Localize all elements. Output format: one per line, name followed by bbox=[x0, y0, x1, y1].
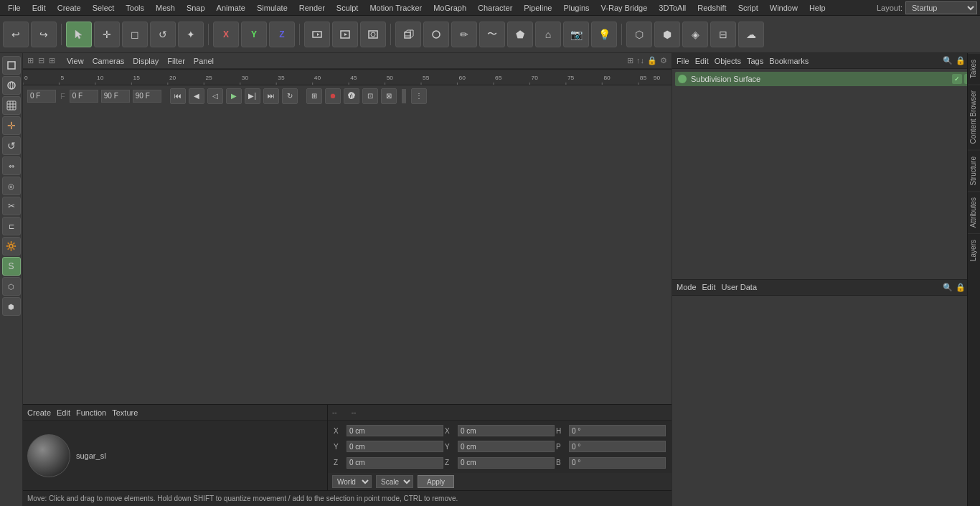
material-sphere[interactable] bbox=[27, 434, 70, 477]
light-btn[interactable]: 💡 bbox=[591, 22, 617, 47]
z-axis-button[interactable]: Z bbox=[269, 22, 295, 47]
render-viewport-button[interactable] bbox=[332, 22, 358, 47]
shading-btn[interactable]: ⬢ bbox=[654, 22, 680, 47]
tool-scale[interactable]: ⇔ bbox=[2, 156, 21, 175]
objects-search-icon[interactable]: 🔍 bbox=[943, 56, 953, 65]
render-picture-viewer-button[interactable] bbox=[360, 22, 386, 47]
tool-poly[interactable]: ⬢ bbox=[2, 297, 21, 316]
objects-menu-objects[interactable]: Objects bbox=[715, 57, 741, 65]
menu-tools[interactable]: Tools bbox=[121, 2, 149, 14]
objects-menu-bookmarks[interactable]: Bookmarks bbox=[769, 57, 809, 65]
apply-button[interactable]: Apply bbox=[418, 475, 454, 488]
surface-btn[interactable]: ⬟ bbox=[507, 22, 533, 47]
coord-h-input[interactable] bbox=[569, 425, 666, 436]
attrs-menu-mode[interactable]: Mode bbox=[677, 283, 697, 291]
object-visibility-editor[interactable]: ✓ bbox=[952, 74, 962, 84]
tool-knife[interactable]: ✂ bbox=[2, 197, 21, 215]
viewport-settings-icon[interactable]: ⚙ bbox=[660, 56, 667, 65]
material-menu-texture[interactable]: Texture bbox=[112, 408, 138, 417]
loop-button[interactable]: ↻ bbox=[282, 88, 298, 104]
cube-btn[interactable] bbox=[395, 22, 421, 47]
menu-plugins[interactable]: Plugins bbox=[558, 2, 594, 14]
attrs-menu-edit[interactable]: Edit bbox=[702, 283, 716, 291]
sky-btn[interactable]: ☁ bbox=[738, 22, 764, 47]
tool-object[interactable]: ◎ bbox=[2, 177, 21, 195]
tool-loop[interactable]: ⊏ bbox=[2, 217, 21, 235]
viewport-menu-cameras[interactable]: Cameras bbox=[93, 57, 125, 65]
preview-button[interactable]: ⊠ bbox=[381, 88, 397, 104]
coord-z-pos-input[interactable] bbox=[347, 457, 443, 469]
viewport-menu-panel[interactable]: Panel bbox=[194, 57, 214, 65]
current-frame-input[interactable] bbox=[27, 90, 56, 103]
coord-x-size-input[interactable] bbox=[458, 425, 555, 436]
tab-attributes[interactable]: Attributes bbox=[968, 191, 980, 233]
deformer-btn[interactable]: ⌂ bbox=[535, 22, 561, 47]
menu-help[interactable]: Help bbox=[804, 2, 831, 14]
viewport-menu-view[interactable]: View bbox=[67, 57, 84, 65]
coord-z-size-input[interactable] bbox=[458, 457, 555, 469]
select-tool-button[interactable] bbox=[66, 22, 92, 47]
viewport-menu-display[interactable]: Display bbox=[133, 57, 159, 65]
scale-tool-button[interactable]: ◻ bbox=[122, 22, 148, 47]
max-frame-input[interactable] bbox=[133, 90, 161, 103]
rotate-tool-button[interactable]: ↺ bbox=[150, 22, 176, 47]
x-axis-button[interactable]: X bbox=[213, 22, 239, 47]
tool-rotate[interactable]: ↺ bbox=[2, 136, 21, 155]
menu-simulate[interactable]: Simulate bbox=[252, 2, 293, 14]
transform-tool-button[interactable]: ✦ bbox=[178, 22, 204, 47]
end-frame-input[interactable] bbox=[101, 90, 130, 103]
timeline-strip[interactable]: 0 5 10 15 20 25 30 35 40 45 50 55 bbox=[23, 69, 672, 85]
move-tool-button[interactable]: ✛ bbox=[94, 22, 120, 47]
menu-pipeline[interactable]: Pipeline bbox=[519, 2, 557, 14]
attrs-lock-icon[interactable]: 🔒 bbox=[956, 283, 966, 292]
tab-content-browser[interactable]: Content Browser bbox=[968, 84, 980, 149]
floor-btn[interactable]: ⊟ bbox=[710, 22, 736, 47]
menu-file[interactable]: File bbox=[3, 2, 26, 14]
menu-render[interactable]: Render bbox=[294, 2, 330, 14]
coord-x-pos-input[interactable] bbox=[347, 425, 443, 436]
coord-p-input[interactable] bbox=[569, 441, 666, 452]
timeline-mode-button[interactable]: ⋮ bbox=[411, 88, 427, 104]
tool-model[interactable] bbox=[2, 56, 21, 75]
menu-snap[interactable]: Snap bbox=[182, 2, 210, 14]
menu-edit[interactable]: Edit bbox=[27, 2, 51, 14]
material-menu-create[interactable]: Create bbox=[27, 408, 51, 417]
world-dropdown[interactable]: World Object bbox=[332, 475, 372, 488]
autokey-button[interactable]: 🅐 bbox=[344, 88, 359, 104]
render-region-button[interactable] bbox=[304, 22, 330, 47]
next-frame-button[interactable]: ▶| bbox=[245, 88, 260, 104]
menu-motion-tracker[interactable]: Motion Tracker bbox=[364, 2, 427, 14]
coord-y-pos-input[interactable] bbox=[347, 441, 443, 452]
scale-dropdown[interactable]: Scale Size bbox=[376, 475, 413, 488]
tool-texture[interactable] bbox=[2, 76, 21, 95]
menu-character[interactable]: Character bbox=[473, 2, 517, 14]
tool-magnet[interactable]: 🔆 bbox=[2, 237, 21, 256]
undo-button[interactable]: ↩ bbox=[3, 22, 29, 47]
layout-dropdown[interactable]: Startup bbox=[905, 1, 977, 14]
viewport-menu-filter[interactable]: Filter bbox=[167, 57, 184, 65]
menu-3dtoall[interactable]: 3DToAll bbox=[654, 2, 691, 14]
menu-redshift[interactable]: Redshift bbox=[692, 2, 731, 14]
menu-create[interactable]: Create bbox=[52, 2, 86, 14]
material-menu-function[interactable]: Function bbox=[76, 408, 106, 417]
viewport-arrow-icon[interactable]: ↑↓ bbox=[636, 56, 644, 65]
menu-animate[interactable]: Animate bbox=[212, 2, 250, 14]
objects-lock-icon[interactable]: 🔒 bbox=[956, 56, 966, 65]
coord-y-size-input[interactable] bbox=[458, 441, 555, 452]
material-menu-edit[interactable]: Edit bbox=[57, 408, 70, 417]
attrs-search-icon[interactable]: 🔍 bbox=[943, 283, 953, 292]
texture-btn[interactable]: ◈ bbox=[682, 22, 708, 47]
objects-menu-tags[interactable]: Tags bbox=[747, 57, 763, 65]
tab-structure[interactable]: Structure bbox=[968, 150, 980, 192]
tab-takes[interactable]: Takes bbox=[968, 53, 980, 84]
objects-menu-edit[interactable]: Edit bbox=[695, 57, 709, 65]
pen-btn[interactable]: ✏ bbox=[451, 22, 477, 47]
camera-btn[interactable]: 📷 bbox=[563, 22, 589, 47]
menu-vray[interactable]: V-Ray Bridge bbox=[596, 2, 653, 14]
go-end-button[interactable]: ⏭ bbox=[263, 88, 279, 104]
go-start-button[interactable]: ⏮ bbox=[170, 88, 186, 104]
menu-select[interactable]: Select bbox=[88, 2, 120, 14]
objects-menu-file[interactable]: File bbox=[677, 57, 689, 65]
prev-frame-button[interactable]: ◀ bbox=[189, 88, 204, 104]
menu-mesh[interactable]: Mesh bbox=[151, 2, 180, 14]
